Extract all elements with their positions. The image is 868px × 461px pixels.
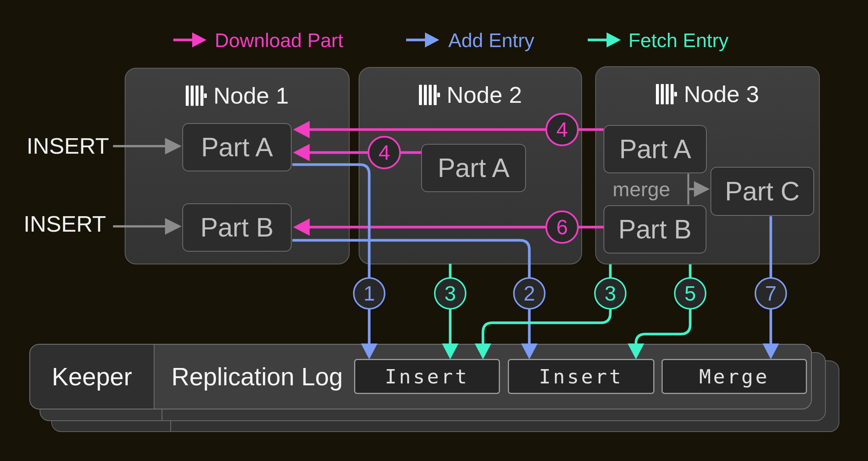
insert-query-label-2: INSERT — [12, 212, 118, 236]
node3-part-b-box: Part B — [604, 205, 706, 253]
svg-text:3: 3 — [445, 282, 456, 305]
step-circle-add-2: 2 — [514, 278, 545, 309]
step-circle-fetch-3b: 3 — [595, 278, 626, 309]
node1-part-a-box: Part A — [182, 123, 292, 171]
node3-part-c-box: Part C — [711, 167, 814, 216]
node2-title: Node 2 — [359, 84, 581, 106]
legend-label-download-part: Download Part — [215, 29, 343, 52]
clickhouse-logo-icon — [656, 84, 677, 104]
step-circle-add-1: 1 — [354, 278, 385, 309]
node3-title: Node 3 — [596, 83, 819, 105]
keeper-section: Keeper — [30, 345, 154, 409]
merge-label: merge — [603, 179, 680, 200]
node1-title: Node 1 — [125, 84, 349, 107]
log-entry-insert-2: Insert — [508, 359, 654, 394]
log-entry-merge: Merge — [662, 359, 807, 394]
download-part-legend-arrow-icon — [173, 32, 206, 47]
clickhouse-logo-icon — [419, 85, 440, 105]
node3-part-a-box: Part A — [604, 125, 707, 173]
svg-text:2: 2 — [524, 282, 535, 305]
node1-part-b-box: Part B — [182, 203, 292, 252]
node2-part-a-box: Part A — [421, 144, 526, 192]
keeper-label: Keeper — [52, 362, 132, 391]
step-circle-fetch-5: 5 — [675, 278, 706, 309]
svg-text:1: 1 — [364, 282, 375, 305]
svg-text:3: 3 — [605, 282, 616, 305]
replication-diagram: Download Part Add Entry Fetch Entry INSE… — [0, 0, 868, 461]
legend-label-fetch-entry: Fetch Entry — [628, 29, 729, 52]
log-entry-insert-1: Insert — [354, 359, 500, 394]
svg-text:5: 5 — [685, 282, 696, 305]
insert-query-label-1: INSERT — [15, 134, 121, 158]
replication-log-label: Replication Log — [171, 345, 343, 409]
fetch-entry-legend-arrow-icon — [588, 32, 621, 47]
add-entry-legend-arrow-icon — [406, 32, 439, 47]
legend-label-add-entry: Add Entry — [448, 29, 534, 52]
node3-title-text: Node 3 — [684, 83, 759, 105]
svg-text:7: 7 — [765, 282, 777, 305]
node1-title-text: Node 1 — [214, 84, 289, 107]
clickhouse-logo-icon — [186, 85, 207, 106]
node2-title-text: Node 2 — [447, 84, 522, 106]
step-circle-fetch-3a: 3 — [435, 278, 466, 309]
step-circle-add-7: 7 — [755, 278, 786, 309]
